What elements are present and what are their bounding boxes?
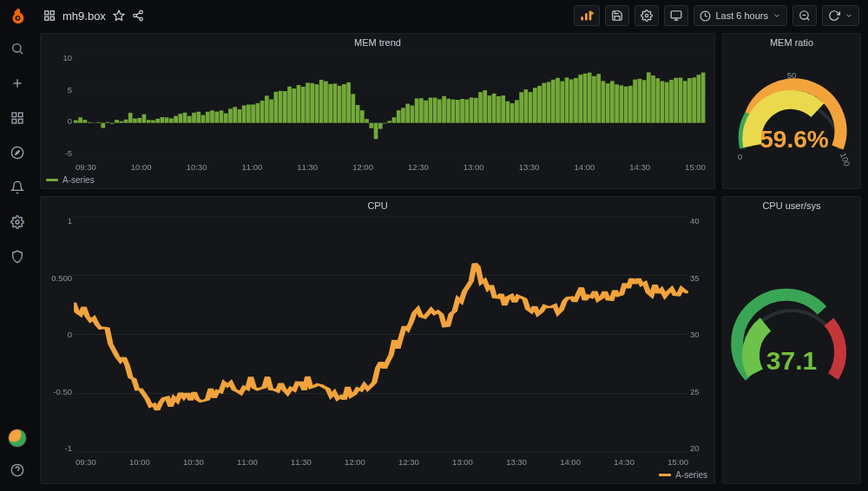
svg-rect-87 — [292, 88, 296, 123]
svg-rect-17 — [45, 16, 49, 20]
gauge-value: 37.1 — [766, 346, 817, 375]
svg-rect-103 — [365, 119, 369, 122]
svg-rect-104 — [369, 123, 373, 128]
svg-rect-99 — [346, 82, 351, 123]
svg-rect-60 — [169, 118, 174, 122]
svg-rect-91 — [310, 83, 314, 123]
svg-rect-148 — [569, 79, 574, 122]
add-panel-button[interactable] — [574, 5, 600, 26]
svg-rect-52 — [133, 119, 137, 123]
alerting-icon[interactable] — [5, 175, 30, 200]
panel-mem-trend[interactable]: MEM trend 1050-5 09:3010:0010:3011:0011:… — [40, 33, 715, 189]
svg-rect-146 — [560, 82, 564, 123]
panel-cpu[interactable]: CPU 10.5000-0.50-1 4035302520 09:3010:00… — [40, 196, 715, 484]
svg-rect-67 — [201, 115, 206, 123]
svg-rect-167 — [655, 78, 660, 122]
svg-rect-65 — [192, 113, 196, 123]
svg-rect-129 — [483, 90, 487, 123]
svg-rect-115 — [419, 98, 424, 122]
svg-rect-15 — [45, 11, 49, 15]
svg-rect-175 — [692, 77, 696, 122]
svg-rect-59 — [165, 117, 169, 122]
shield-icon[interactable] — [5, 245, 30, 269]
grafana-logo-icon[interactable] — [8, 7, 27, 26]
svg-rect-93 — [319, 80, 324, 123]
panel-title: CPU user/sys — [723, 197, 860, 213]
breadcrumb: mh9.box — [43, 10, 144, 23]
svg-rect-51 — [128, 113, 133, 123]
svg-rect-153 — [592, 76, 596, 123]
svg-rect-48 — [115, 120, 119, 123]
svg-rect-158 — [615, 84, 619, 122]
svg-rect-77 — [247, 105, 251, 123]
search-icon[interactable] — [5, 36, 30, 61]
svg-rect-173 — [683, 81, 687, 122]
svg-rect-106 — [378, 123, 383, 129]
plus-icon[interactable] — [5, 71, 30, 95]
svg-rect-16 — [50, 11, 54, 15]
nav-rail — [0, 0, 35, 491]
legend-swatch — [46, 179, 58, 181]
svg-rect-85 — [283, 91, 287, 123]
panel-cpu-user-sys[interactable]: CPU user/sys 37.1 — [722, 196, 861, 484]
svg-rect-170 — [669, 80, 674, 123]
panel-mem-ratio[interactable]: MEM ratio 50 0 100 59.6% — [722, 33, 861, 189]
svg-rect-56 — [151, 121, 155, 123]
cpu-chart — [74, 216, 688, 453]
panel-title: CPU — [41, 197, 714, 213]
share-icon[interactable] — [132, 10, 144, 22]
gear-icon[interactable] — [5, 210, 30, 234]
time-range-picker[interactable]: Last 6 hours — [694, 5, 787, 26]
svg-rect-126 — [470, 97, 474, 122]
svg-rect-50 — [124, 120, 128, 123]
svg-rect-102 — [360, 110, 365, 122]
tv-mode-button[interactable] — [664, 5, 688, 26]
svg-rect-138 — [524, 89, 529, 123]
svg-rect-163 — [637, 79, 641, 123]
svg-rect-155 — [602, 81, 606, 122]
svg-rect-160 — [624, 87, 628, 123]
save-button[interactable] — [605, 5, 629, 26]
svg-rect-78 — [251, 104, 255, 122]
svg-rect-82 — [269, 100, 273, 123]
svg-rect-116 — [424, 101, 428, 123]
svg-rect-44 — [96, 122, 101, 123]
svg-point-12 — [16, 220, 19, 224]
svg-rect-142 — [542, 83, 546, 123]
star-icon[interactable] — [113, 10, 125, 22]
svg-rect-75 — [238, 109, 242, 123]
legend: A-series — [41, 468, 714, 483]
svg-rect-152 — [588, 73, 592, 123]
svg-point-21 — [134, 14, 137, 17]
svg-rect-169 — [665, 82, 669, 123]
svg-rect-70 — [214, 112, 219, 123]
svg-rect-81 — [265, 95, 269, 122]
svg-rect-95 — [328, 84, 332, 123]
svg-text:0: 0 — [738, 152, 742, 161]
zoom-out-button[interactable] — [792, 5, 817, 26]
avatar[interactable] — [8, 429, 27, 448]
svg-point-10 — [11, 147, 23, 158]
svg-rect-40 — [78, 117, 82, 122]
svg-rect-159 — [619, 85, 623, 122]
svg-rect-83 — [273, 92, 278, 123]
page-title[interactable]: mh9.box — [62, 10, 106, 23]
svg-rect-105 — [374, 123, 378, 140]
settings-button[interactable] — [635, 5, 659, 26]
help-icon[interactable] — [5, 458, 30, 482]
svg-rect-139 — [529, 92, 533, 123]
svg-rect-156 — [606, 83, 610, 123]
explore-icon[interactable] — [5, 141, 30, 165]
dashboards-nav-icon[interactable] — [43, 10, 56, 22]
gauge-value: 59.6% — [760, 126, 828, 153]
dashboards-icon[interactable] — [5, 106, 30, 130]
svg-rect-147 — [565, 77, 569, 122]
svg-rect-157 — [610, 81, 615, 122]
mem-ratio-gauge: 50 0 100 59.6% — [727, 62, 857, 175]
svg-rect-107 — [383, 123, 387, 124]
svg-point-1 — [16, 16, 19, 19]
y-axis-ticks: 1050-5 — [44, 53, 72, 158]
refresh-button[interactable] — [822, 5, 859, 26]
svg-rect-92 — [315, 84, 319, 123]
svg-rect-149 — [574, 78, 578, 123]
